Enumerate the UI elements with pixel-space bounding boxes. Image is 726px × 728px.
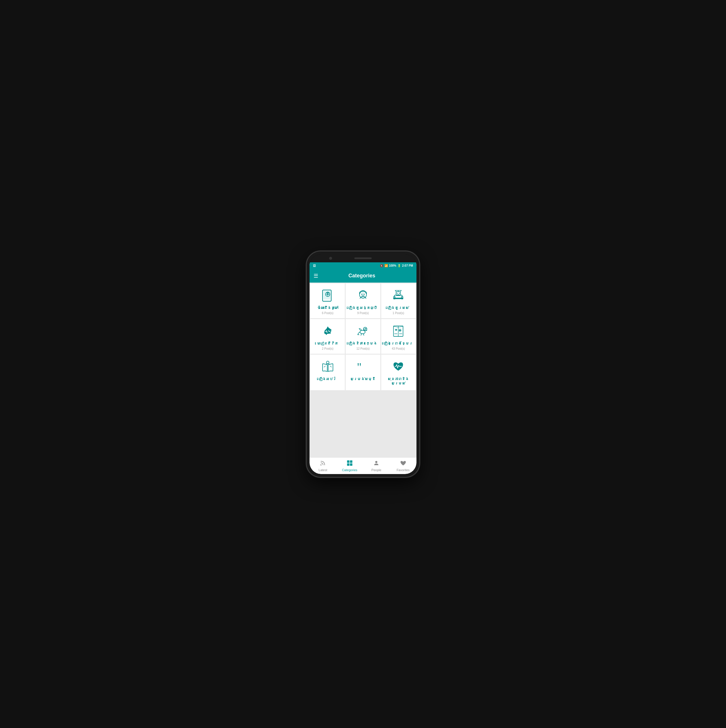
- category-label-1: ចំណេះដឹងទូទៅ: [317, 306, 338, 310]
- nav-label-latest: Latest: [319, 468, 327, 472]
- status-bar: 🖼 🔇 📶 100% 🔋 2:07 PM: [310, 262, 416, 269]
- category-item-3[interactable]: រឿងតួស្រស់ 1 Post(s): [381, 283, 416, 318]
- category-icon-8: ": [355, 359, 371, 375]
- categories-grid: ចំណេះដឹងទូទៅ 6 Post(s): [310, 283, 416, 391]
- nav-label-favorites: Favorites: [397, 468, 410, 472]
- time-display: 2:07 PM: [402, 264, 413, 267]
- battery-icon: 🔋: [397, 264, 401, 267]
- category-item-6[interactable]: រឿងព្រេងខ្មែរ 43 Post(s): [381, 319, 416, 354]
- svg-rect-36: [347, 460, 349, 462]
- page-title: Categories: [318, 273, 406, 279]
- nav-label-categories: Categories: [342, 468, 357, 472]
- category-label-3: រឿងតួស្រស់: [387, 306, 409, 310]
- category-label-4: មេរៀនជីវិត: [317, 342, 339, 346]
- categories-icon: [346, 460, 353, 468]
- rss-icon: [320, 460, 326, 468]
- category-icon-2: [355, 288, 371, 304]
- nav-item-people[interactable]: People: [363, 457, 390, 474]
- svg-line-32: [324, 366, 325, 367]
- phone-device: 🖼 🔇 📶 100% 🔋 2:07 PM ☰ Categories: [307, 251, 419, 477]
- category-icon-4: [320, 323, 336, 339]
- categories-grid-container: ចំណេះដឹងទូទៅ 6 Post(s): [310, 283, 416, 457]
- battery-text: 100%: [389, 264, 397, 267]
- bottom-navigation: Latest Categories: [310, 457, 416, 474]
- category-posts-5: 12 Post(s): [356, 347, 370, 350]
- category-posts-6: 43 Post(s): [392, 347, 405, 350]
- nav-item-categories[interactable]: Categories: [336, 457, 363, 474]
- nav-label-people: People: [371, 468, 381, 472]
- category-label-7: រឿងអប់រំ: [319, 377, 336, 382]
- svg-line-33: [330, 366, 331, 367]
- category-item-2[interactable]: រឿងតួអង្គល្បី 9 Post(s): [346, 283, 380, 318]
- app-header: ☰ Categories: [310, 269, 416, 283]
- nav-item-latest[interactable]: Latest: [310, 457, 336, 474]
- phone-top-bezel: [310, 254, 416, 262]
- category-icon-6: [390, 323, 406, 339]
- category-icon-9: [390, 359, 406, 375]
- phone-screen: 🖼 🔇 📶 100% 🔋 2:07 PM ☰ Categories: [310, 254, 416, 474]
- status-left: 🖼: [313, 264, 316, 267]
- hamburger-menu-icon[interactable]: ☰: [314, 273, 318, 279]
- svg-text:": ": [357, 360, 361, 373]
- category-icon-5: [355, 323, 371, 339]
- svg-point-31: [326, 361, 329, 364]
- svg-point-16: [399, 293, 400, 294]
- category-label-6: រឿងព្រេងខ្មែរ: [384, 342, 413, 346]
- wifi-icon: 📶: [384, 264, 388, 267]
- svg-line-24: [363, 334, 364, 335]
- category-item-7[interactable]: រឿងអប់រំ: [310, 355, 345, 390]
- category-label-9: សុខភាពនិងសម្រស់: [383, 377, 413, 386]
- category-item-9[interactable]: សុខភាពនិងសម្រស់: [381, 355, 416, 390]
- category-item-4[interactable]: មេរៀនជីវិត 2 Post(s): [310, 319, 345, 354]
- category-label-5: រឿងនិទានក្មេង: [349, 342, 377, 346]
- person-icon: [373, 460, 380, 468]
- svg-point-5: [327, 294, 328, 295]
- mute-icon: 🔇: [380, 264, 383, 267]
- camera: [329, 257, 332, 260]
- svg-point-40: [375, 461, 377, 463]
- category-icon-3: [390, 288, 406, 304]
- svg-point-10: [364, 294, 365, 295]
- category-posts-4: 2 Post(s): [322, 347, 334, 350]
- screen-content: 🖼 🔇 📶 100% 🔋 2:07 PM ☰ Categories: [310, 262, 416, 474]
- svg-point-15: [397, 293, 398, 294]
- heart-icon: [400, 460, 406, 468]
- category-item-1[interactable]: ចំណេះដឹងទូទៅ 6 Post(s): [310, 283, 345, 318]
- category-icon-7: [320, 359, 336, 375]
- svg-rect-39: [350, 463, 352, 465]
- notification-icon: 🖼: [313, 264, 316, 267]
- category-item-5[interactable]: រឿងនិទានក្មេង 12 Post(s): [346, 319, 380, 354]
- svg-rect-38: [347, 463, 349, 465]
- svg-rect-37: [350, 460, 352, 462]
- status-right: 🔇 📶 100% 🔋 2:07 PM: [380, 264, 413, 267]
- svg-point-9: [361, 294, 362, 295]
- category-posts-3: 1 Post(s): [392, 312, 404, 315]
- category-label-2: រឿងតួអង្គល្បី: [349, 306, 377, 310]
- category-label-8: សម្រង់សម្ដី: [350, 377, 375, 382]
- speaker: [354, 257, 372, 259]
- svg-point-35: [320, 464, 322, 465]
- category-item-8[interactable]: " សម្រង់សម្ដី: [346, 355, 380, 390]
- nav-item-favorites[interactable]: Favorites: [390, 457, 417, 474]
- category-icon-1: [320, 288, 336, 304]
- category-posts-2: 9 Post(s): [357, 312, 369, 315]
- category-posts-1: 6 Post(s): [322, 312, 334, 315]
